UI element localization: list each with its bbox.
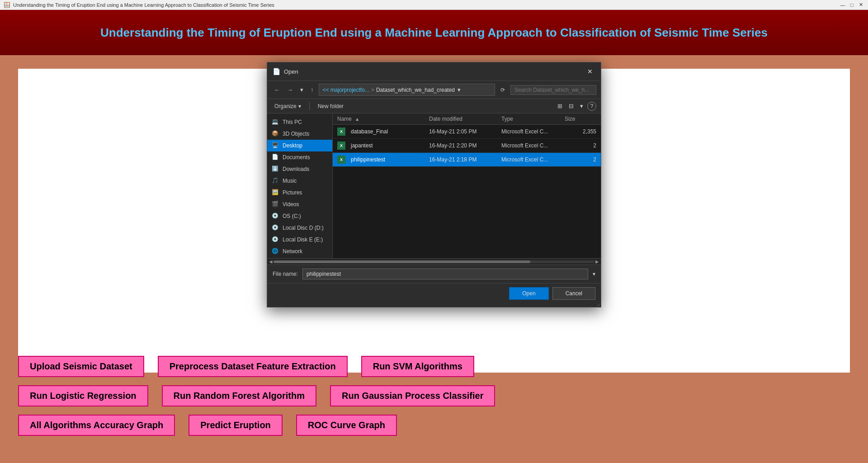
dialog-actions: Open Cancel [267, 283, 601, 303]
nav-label-music: Music [283, 178, 297, 184]
dialog-cancel-button[interactable]: Cancel [552, 287, 595, 300]
toolbar-separator [309, 102, 310, 110]
breadcrumb-bar: << majorprojectfo... > Dataset_which_we_… [319, 84, 495, 96]
filename-label: File name: [273, 271, 298, 277]
nav-item-this-pc[interactable]: 💻 This PC [267, 116, 332, 128]
nav-item-network[interactable]: 🌐 Network [267, 246, 332, 257]
organize-arrow: ▾ [298, 103, 301, 109]
nav-item-local-d[interactable]: 💿 Local Disc D (D:) [267, 222, 332, 234]
nav-item-videos[interactable]: 🎬 Videos [267, 198, 332, 210]
new-folder-label: New folder [318, 103, 344, 109]
nav-label-documents: Documents [283, 154, 310, 161]
column-header-name[interactable]: Name ▲ [337, 116, 429, 122]
dialog-file-icon: 📄 [273, 68, 280, 75]
breadcrumb-current: Dataset_which_we_had_created [376, 87, 455, 93]
organize-label: Organize [274, 103, 297, 109]
nav-item-local-e[interactable]: 💿 Local Disk E (E:) [267, 234, 332, 246]
app-body: Upload Seismic Dataset Preprocess Datase… [0, 55, 868, 463]
filelist-header[interactable]: Name ▲ Date modified Type Size [333, 113, 601, 125]
nav-item-desktop[interactable]: 🖥️ Desktop [267, 140, 332, 151]
file-date-database-final: 16-May-21 2:05 PM [429, 128, 501, 135]
excel-icon-1: X [337, 128, 345, 136]
computer-icon: 💻 [272, 118, 279, 126]
file-icon-japantest: X [337, 142, 348, 150]
app-title: Understanding the Timing of Eruption End… [100, 26, 768, 40]
downloads-icon: ⬇️ [272, 165, 279, 173]
scrollbar-track[interactable] [274, 260, 594, 263]
file-icon-database-final: X [337, 128, 348, 136]
3d-objects-icon: 📦 [272, 130, 279, 137]
close-window-button[interactable]: ✕ [857, 1, 864, 9]
titlebar-left: 🪟 Understanding the Timing of Eruption E… [4, 2, 274, 8]
scrollbar-thumb[interactable] [274, 260, 530, 263]
file-name-database-final: database_Final [351, 128, 429, 135]
nav-item-downloads[interactable]: ⬇️ Downloads [267, 163, 332, 175]
column-header-size[interactable]: Size [565, 116, 596, 122]
minimize-button[interactable]: — [839, 1, 846, 9]
dialog-titlebar: 📄 Open ✕ [267, 62, 601, 81]
nav-item-documents[interactable]: 📄 Documents [267, 151, 332, 163]
search-input[interactable] [510, 85, 596, 95]
dialog-title-area: 📄 Open [273, 68, 298, 75]
nav-item-music[interactable]: 🎵 Music [267, 175, 332, 187]
file-row-japantest[interactable]: X japantest 16-May-21 2:20 PM Microsoft … [333, 139, 601, 153]
nav-dropdown-button[interactable]: ▾ [298, 85, 306, 94]
breadcrumb-dropdown-button[interactable]: ▾ [457, 85, 462, 94]
dialog-resize-area: ⊿ [267, 303, 601, 307]
file-icon-philippinestest: X [337, 156, 348, 164]
nav-label-network: Network [283, 248, 302, 255]
breadcrumb-separator: > [371, 87, 374, 93]
scroll-right-button[interactable]: ▶ [594, 259, 600, 264]
file-row-philippinestest[interactable]: X philippinestest 16-May-21 2:18 PM Micr… [333, 153, 601, 167]
dialog-open-button[interactable]: Open [509, 287, 548, 300]
nav-label-downloads: Downloads [283, 166, 309, 172]
file-size-philippinestest: 2 [565, 156, 596, 163]
maximize-button[interactable]: □ [848, 1, 855, 9]
organize-button[interactable]: Organize ▾ [272, 102, 304, 111]
dialog-overlay: 📄 Open ✕ ← → ▾ ↑ << majorprojectfo... > … [0, 55, 868, 463]
new-folder-button[interactable]: New folder [315, 102, 346, 111]
view-list-button[interactable]: ⊟ [566, 101, 576, 111]
file-row-database-final[interactable]: X database_Final 16-May-21 2:05 PM Micro… [333, 125, 601, 139]
dialog-close-button[interactable]: ✕ [585, 66, 595, 77]
dialog-content: 💻 This PC 📦 3D Objects 🖥️ Desktop 📄 Docu… [267, 113, 601, 258]
nav-label-desktop: Desktop [283, 142, 302, 149]
dialog-addressbar: ← → ▾ ↑ << majorprojectfo... > Dataset_w… [267, 81, 601, 99]
music-icon: 🎵 [272, 177, 279, 184]
file-date-japantest: 16-May-21 2:20 PM [429, 142, 501, 149]
dialog-nav-panel: 💻 This PC 📦 3D Objects 🖥️ Desktop 📄 Docu… [267, 113, 333, 258]
documents-icon: 📄 [272, 154, 279, 161]
view-grid-button[interactable]: ⊞ [555, 101, 565, 111]
horizontal-scrollbar[interactable]: ◀ ▶ [267, 258, 601, 265]
nav-item-3d-objects[interactable]: 📦 3D Objects [267, 128, 332, 140]
dialog-title-text: Open [284, 68, 298, 75]
nav-forward-button[interactable]: → [285, 85, 295, 94]
file-type-database-final: Microsoft Excel C... [501, 128, 565, 135]
column-header-type[interactable]: Type [501, 116, 565, 122]
file-size-japantest: 2 [565, 142, 596, 149]
breadcrumb-parent[interactable]: << majorprojectfo... [323, 87, 369, 93]
file-type-philippinestest: Microsoft Excel C... [501, 156, 565, 163]
nav-label-3d-objects: 3D Objects [283, 131, 309, 137]
nav-up-button[interactable]: ↑ [308, 85, 316, 94]
file-type-japantest: Microsoft Excel C... [501, 142, 565, 149]
column-header-date[interactable]: Date modified [429, 116, 501, 122]
help-button[interactable]: ? [587, 102, 596, 111]
file-date-philippinestest: 16-May-21 2:18 PM [429, 156, 501, 163]
sort-arrow-name: ▲ [355, 117, 359, 122]
filename-input[interactable] [302, 269, 588, 279]
filename-dropdown-button[interactable]: ▾ [593, 271, 595, 277]
scroll-left-button[interactable]: ◀ [268, 259, 274, 264]
nav-item-os-c[interactable]: 💿 OS (C:) [267, 210, 332, 222]
view-dropdown-button[interactable]: ▾ [578, 101, 585, 111]
file-size-database-final: 2,355 [565, 128, 596, 135]
resize-grip[interactable]: ⊿ [596, 302, 600, 307]
nav-back-button[interactable]: ← [272, 85, 282, 94]
address-refresh-button[interactable]: ⟳ [498, 86, 508, 94]
nav-label-local-d: Local Disc D (D:) [283, 225, 324, 231]
network-icon: 🌐 [272, 248, 279, 255]
dialog-filename-bar: File name: ▾ [267, 265, 601, 283]
file-name-philippinestest: philippinestest [351, 156, 429, 163]
nav-item-pictures[interactable]: 🖼️ Pictures [267, 187, 332, 198]
excel-icon-2: X [337, 142, 345, 150]
